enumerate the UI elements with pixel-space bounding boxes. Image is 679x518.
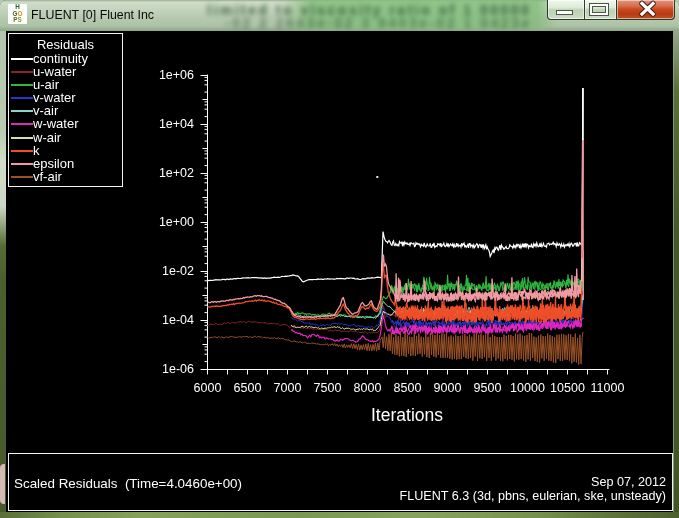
svg-text:1e+02: 1e+02 — [159, 166, 194, 180]
svg-text:1e-06: 1e-06 — [162, 362, 194, 376]
svg-text:10500: 10500 — [550, 381, 585, 395]
svg-text:9500: 9500 — [474, 381, 502, 395]
svg-text:1e+00: 1e+00 — [159, 215, 194, 229]
svg-text:8000: 8000 — [354, 381, 382, 395]
svg-text:1e-04: 1e-04 — [162, 313, 194, 327]
svg-text:6500: 6500 — [234, 381, 262, 395]
svg-text:7000: 7000 — [274, 381, 302, 395]
svg-text:1e+04: 1e+04 — [159, 117, 194, 131]
svg-text:1e+06: 1e+06 — [159, 68, 194, 82]
svg-text:Iterations: Iterations — [371, 405, 443, 425]
svg-text:6000: 6000 — [194, 381, 222, 395]
svg-text:7500: 7500 — [314, 381, 342, 395]
svg-text:10000: 10000 — [510, 381, 545, 395]
svg-text:9000: 9000 — [434, 381, 462, 395]
svg-text:8500: 8500 — [394, 381, 422, 395]
svg-text:1e-02: 1e-02 — [162, 264, 194, 278]
svg-text:11000: 11000 — [591, 381, 625, 395]
